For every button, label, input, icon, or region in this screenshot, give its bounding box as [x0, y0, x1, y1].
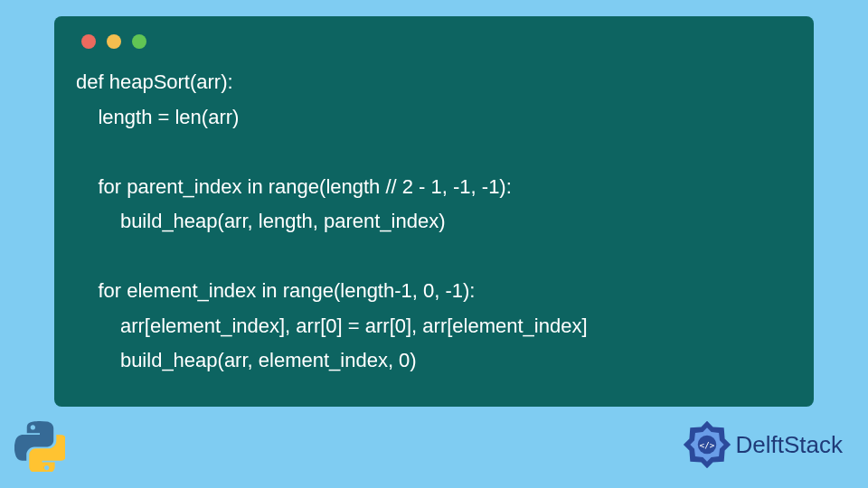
- brand-name: DelftStack: [736, 431, 844, 459]
- brand-logo: </> DelftStack: [682, 419, 844, 470]
- code-content: def heapSort(arr): length = len(arr) for…: [76, 65, 792, 379]
- minimize-icon: [107, 34, 121, 49]
- maximize-icon: [132, 34, 146, 49]
- traffic-lights: [76, 34, 792, 49]
- close-icon: [81, 34, 96, 49]
- python-logo-icon: [14, 421, 65, 472]
- brand-badge-icon: </>: [682, 419, 732, 470]
- code-window: def heapSort(arr): length = len(arr) for…: [54, 16, 814, 407]
- svg-text:</>: </>: [699, 440, 714, 450]
